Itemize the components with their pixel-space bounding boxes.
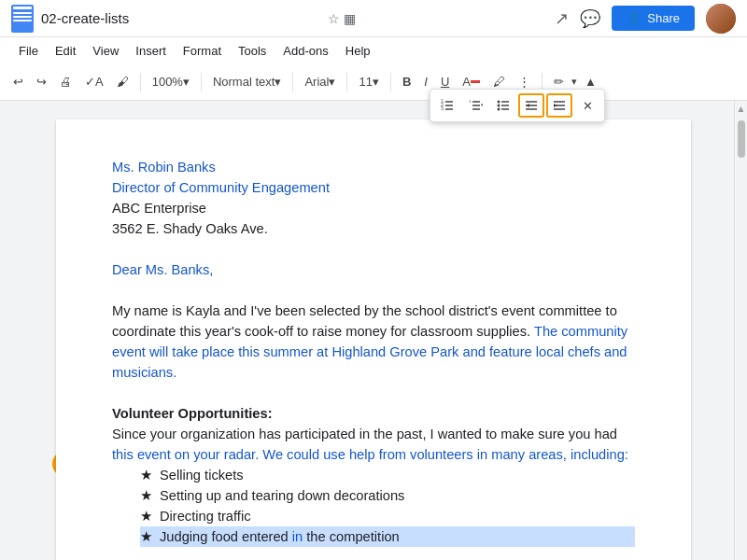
- doc-icon: [11, 5, 34, 33]
- paragraph-2: Since your organization has participated…: [112, 424, 635, 465]
- menu-addons[interactable]: Add-ons: [275, 41, 335, 61]
- ordered-list-button[interactable]: 1.2.3.: [434, 93, 460, 118]
- recipient-address: 3562 E. Shady Oaks Ave.: [112, 218, 635, 239]
- bullet-list-button[interactable]: [490, 93, 516, 118]
- section1-title: Volunteer Opportunities:: [112, 403, 635, 424]
- svg-text:3.: 3.: [441, 105, 444, 111]
- recipient-name: Ms. Robin Banks: [112, 157, 635, 177]
- share-icon: 👤: [627, 11, 641, 25]
- recipient-title: Director of Community Engagement: [112, 177, 635, 198]
- edit-chevron[interactable]: ▾: [571, 76, 577, 88]
- zoom-value: 100%: [152, 75, 183, 89]
- scroll-thumb[interactable]: [738, 120, 745, 158]
- zoom-chevron: ▾: [183, 75, 190, 89]
- scroll-up-arrow[interactable]: ▲: [737, 104, 746, 114]
- ordered-list-dropdown[interactable]: 1.▾: [462, 93, 488, 118]
- svg-marker-20: [526, 104, 529, 107]
- star-icon[interactable]: ☆: [328, 11, 340, 26]
- font-select[interactable]: Arial ▾: [299, 72, 341, 91]
- analytics-icon[interactable]: ↗: [555, 8, 569, 29]
- redo-button[interactable]: ↪: [31, 72, 52, 91]
- separator-1: [140, 73, 141, 91]
- list-item: Directing traffic: [140, 506, 635, 526]
- volunteer-list: Selling tickets Setting up and tearing d…: [112, 465, 635, 547]
- greeting: Dear Ms. Banks,: [112, 259, 635, 280]
- svg-text:▾: ▾: [481, 102, 483, 107]
- menu-bar: File Edit View Insert Format Tools Add-o…: [0, 37, 747, 63]
- svg-point-12: [498, 105, 500, 107]
- clear-formatting-button[interactable]: ✕: [574, 93, 600, 118]
- svg-text:1.: 1.: [469, 99, 472, 104]
- menu-help[interactable]: Help: [338, 41, 378, 61]
- size-chevron: ▾: [373, 75, 379, 89]
- svg-point-11: [498, 101, 500, 104]
- increase-indent-button[interactable]: [546, 93, 572, 118]
- zoom-select[interactable]: 100% ▾: [147, 72, 195, 91]
- floating-toolbar: 1.2.3. 1.▾ ✕: [430, 89, 605, 122]
- separator-2: [201, 73, 202, 91]
- style-value: Normal text: [213, 75, 275, 89]
- recipient-company: ABC Enterprise: [112, 198, 635, 218]
- style-chevron: ▾: [275, 75, 281, 89]
- recipient-block: Ms. Robin Banks Director of Community En…: [112, 157, 635, 239]
- scrollbar[interactable]: ▲: [734, 101, 747, 560]
- menu-edit[interactable]: Edit: [48, 41, 83, 61]
- menu-tools[interactable]: Tools: [231, 41, 274, 61]
- menu-view[interactable]: View: [85, 41, 126, 61]
- list-item-selected: Judging food entered in the competition: [140, 526, 635, 547]
- comments-icon[interactable]: 💬: [580, 8, 600, 29]
- style-select[interactable]: Normal text ▾: [207, 72, 287, 91]
- decrease-indent-button[interactable]: [518, 93, 544, 118]
- list-item: Selling tickets: [140, 465, 635, 485]
- font-value: Arial: [304, 75, 329, 89]
- print-button[interactable]: 🖨: [54, 72, 78, 91]
- doc-outer: Ms. Robin Banks Director of Community En…: [0, 101, 747, 560]
- folder-icon[interactable]: ▦: [344, 11, 356, 26]
- font-size-value: 11: [359, 75, 372, 89]
- paint-format-button[interactable]: 🖌: [111, 72, 134, 91]
- bold-button[interactable]: B: [397, 72, 416, 91]
- avatar[interactable]: [706, 4, 736, 34]
- doc-title: 02-create-lists: [41, 10, 328, 26]
- menu-format[interactable]: Format: [176, 41, 229, 61]
- doc-page[interactable]: Ms. Robin Banks Director of Community En…: [56, 119, 691, 560]
- toolbar: ↩ ↪ 🖨 ✓A 🖌 100% ▾ Normal text ▾ Arial ▾ …: [0, 63, 747, 101]
- font-size-select[interactable]: 11 ▾: [353, 72, 384, 91]
- spellcheck-button[interactable]: ✓A: [79, 72, 109, 91]
- separator-3: [292, 73, 293, 91]
- paragraph-1: My name is Kayla and I've been selected …: [112, 301, 635, 383]
- menu-file[interactable]: File: [11, 41, 46, 61]
- list-item: Setting up and tearing down decorations: [140, 485, 635, 506]
- font-chevron: ▾: [329, 75, 335, 89]
- separator-4: [346, 73, 347, 91]
- svg-marker-24: [554, 104, 557, 107]
- menu-insert[interactable]: Insert: [128, 41, 174, 61]
- title-bar: 02-create-lists ☆ ▦ ↗ 💬 👤 Share: [0, 0, 747, 37]
- separator-5: [390, 73, 391, 91]
- share-button[interactable]: 👤 Share: [612, 6, 695, 31]
- svg-point-13: [498, 108, 500, 111]
- share-label: Share: [647, 11, 680, 25]
- undo-button[interactable]: ↩: [7, 72, 29, 91]
- top-right-icons: ↗ 💬 👤 Share: [555, 4, 736, 34]
